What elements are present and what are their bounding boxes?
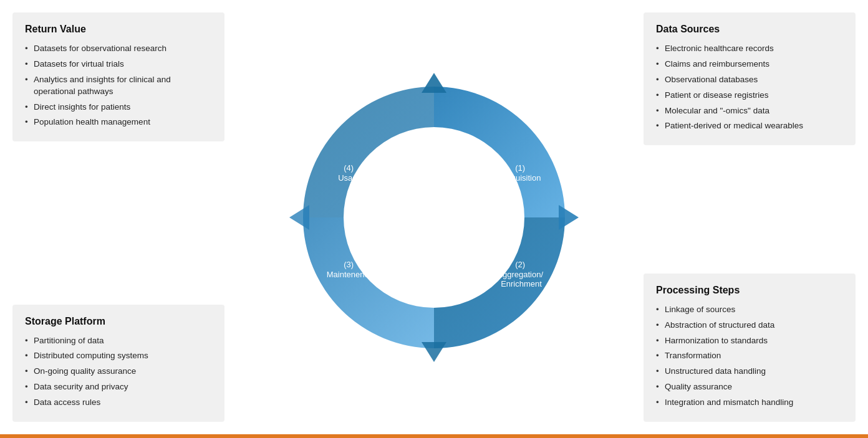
- list-item: Observational databases: [656, 72, 843, 88]
- storage-platform-box: Storage Platform Partitioning of dataDis…: [12, 305, 224, 422]
- center-diagram: (1) Acquisition (2) Aggregation/ Enrichm…: [224, 12, 644, 422]
- return-value-box: Return Value Datasets for observational …: [12, 12, 224, 141]
- list-item: Datasets for virtual trials: [25, 57, 212, 72]
- data-sources-box: Data Sources Electronic healthcare recor…: [644, 12, 856, 145]
- list-item: Data access rules: [25, 395, 212, 411]
- data-sources-list: Electronic healthcare recordsClaims and …: [656, 41, 843, 134]
- storage-platform-title: Storage Platform: [25, 316, 212, 327]
- list-item: Linkage of sources: [656, 302, 843, 318]
- data-sources-title: Data Sources: [656, 24, 843, 35]
- list-item: Quality assurance: [656, 379, 843, 395]
- list-item: Distributed computing systems: [25, 348, 212, 364]
- processing-steps-title: Processing Steps: [656, 285, 843, 296]
- list-item: On-going quality assurance: [25, 364, 212, 379]
- svg-marker-4: [422, 342, 446, 362]
- svg-point-6: [348, 131, 520, 303]
- list-item: Data security and privacy: [25, 379, 212, 395]
- storage-platform-list: Partitioning of dataDistributed computin…: [25, 333, 212, 411]
- list-item: Patient or disease registries: [656, 88, 843, 103]
- processing-steps-list: Linkage of sourcesAbstraction of structu…: [656, 302, 843, 411]
- list-item: Patient-derived or medical wearables: [656, 118, 843, 134]
- list-item: Transformation: [656, 348, 843, 364]
- svg-marker-3: [559, 205, 579, 230]
- list-item: Claims and reimbursements: [656, 57, 843, 72]
- list-item: Partitioning of data: [25, 333, 212, 349]
- list-item: Analytics and insights for clinical and …: [25, 72, 212, 100]
- list-item: Integration and mismatch handling: [656, 395, 843, 411]
- list-item: Molecular and "-omics" data: [656, 103, 843, 119]
- processing-steps-box: Processing Steps Linkage of sourcesAbstr…: [644, 274, 856, 422]
- list-item: Datasets for observational research: [25, 41, 212, 57]
- list-item: Harmonization to standards: [656, 333, 843, 349]
- list-item: Direct insights for patients: [25, 100, 212, 115]
- return-value-title: Return Value: [25, 24, 212, 35]
- list-item: Abstraction of structured data: [656, 318, 843, 333]
- svg-marker-2: [422, 73, 446, 93]
- list-item: Electronic healthcare records: [656, 41, 843, 57]
- return-value-list: Datasets for observational researchDatas…: [25, 41, 212, 130]
- list-item: Unstructured data handling: [656, 364, 843, 379]
- cycle-diagram: (1) Acquisition (2) Aggregation/ Enrichm…: [278, 62, 590, 373]
- svg-marker-5: [289, 205, 309, 230]
- list-item: Population health management: [25, 115, 212, 130]
- left-column: Return Value Datasets for observational …: [12, 12, 224, 422]
- bottom-bar: [0, 434, 868, 438]
- right-column: Data Sources Electronic healthcare recor…: [644, 12, 856, 422]
